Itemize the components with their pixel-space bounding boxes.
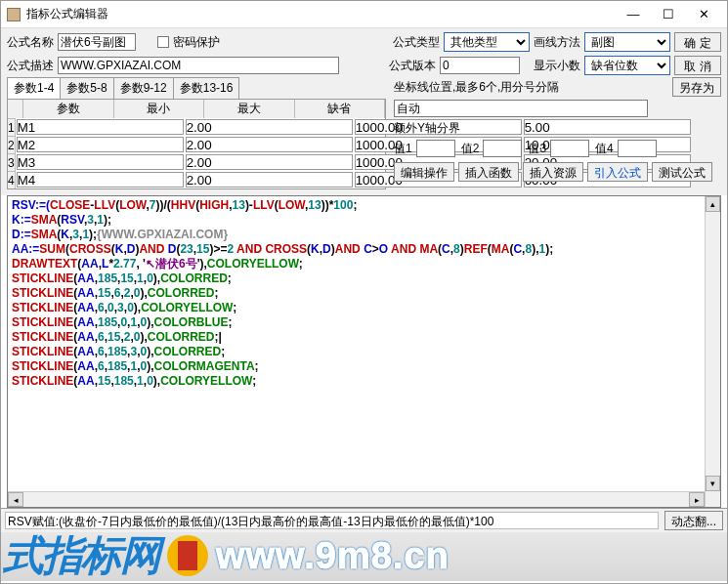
scroll-left-icon[interactable]: ◂ xyxy=(8,492,23,507)
label-desc: 公式描述 xyxy=(7,58,54,74)
param-name[interactable] xyxy=(17,154,184,170)
maximize-button[interactable]: ☐ xyxy=(651,3,686,26)
password-checkbox[interactable] xyxy=(157,36,169,48)
type-select[interactable]: 其他类型 xyxy=(444,32,530,52)
v1-input[interactable] xyxy=(416,140,455,157)
label-decimals: 显示小数 xyxy=(534,58,580,74)
hscroll[interactable]: ◂ ▸ xyxy=(8,491,705,507)
saveas-button[interactable]: 另存为 xyxy=(672,77,721,97)
param-name[interactable] xyxy=(17,137,184,152)
top-form: 公式名称 密码保护 公式类型 其他类型 画线方法 副图 确 定 公式描述 公式版… xyxy=(1,28,727,77)
coin-icon xyxy=(167,535,208,576)
label-extra-y: 额外Y轴分界 xyxy=(394,120,721,137)
col-max: 最大 xyxy=(204,100,295,118)
params-panel: 参数1-4 参数5-8 参数9-12 参数13-16 参数 最小 最大 缺省 1 xyxy=(7,77,386,189)
label-version: 公式版本 xyxy=(389,58,436,74)
scroll-down-icon[interactable]: ▾ xyxy=(706,476,720,491)
col-min: 最小 xyxy=(114,100,205,118)
formula-editor-window: 指标公式编辑器 — ☐ ✕ 公式名称 密码保护 公式类型 其他类型 画线方法 副… xyxy=(0,0,728,584)
window-title: 指标公式编辑器 xyxy=(26,6,616,22)
vscroll[interactable]: ▴ ▾ xyxy=(705,196,720,507)
editop-button[interactable]: 编辑操作 xyxy=(394,162,454,182)
param-min[interactable] xyxy=(186,154,353,170)
status-text: RSV赋值:(收盘价-7日内最低价的最低值)/(13日内最高价的最高值-13日内… xyxy=(5,512,659,529)
name-input[interactable] xyxy=(58,33,136,51)
insres-button[interactable]: 插入资源 xyxy=(523,162,583,182)
label-type: 公式类型 xyxy=(393,34,440,51)
param-min[interactable] xyxy=(186,119,353,135)
cancel-button[interactable]: 取 消 xyxy=(674,56,721,75)
code-editor[interactable]: RSV:=(CLOSE-LLV(LOW,7))/(HHV(HIGH,13)-LL… xyxy=(7,195,721,508)
label-coord: 坐标线位置,最多6个,用分号分隔 xyxy=(394,79,559,96)
dynamic-translate-button[interactable]: 动态翻... xyxy=(664,511,723,530)
param-min[interactable] xyxy=(186,172,353,188)
param-tabs: 参数1-4 参数5-8 参数9-12 参数13-16 xyxy=(7,77,386,99)
close-button[interactable]: ✕ xyxy=(686,3,721,26)
scroll-right-icon[interactable]: ▸ xyxy=(689,492,705,507)
insfunc-button[interactable]: 插入函数 xyxy=(458,162,519,182)
col-name: 参数 xyxy=(23,100,114,118)
titlebar: 指标公式编辑器 — ☐ ✕ xyxy=(1,1,727,28)
label-draw: 画线方法 xyxy=(534,34,580,51)
banner-url: www.9m8.cn xyxy=(216,535,450,577)
tab-params-5-8[interactable]: 参数5-8 xyxy=(60,77,113,99)
decimals-select[interactable]: 缺省位数 xyxy=(584,56,670,75)
app-icon xyxy=(7,8,21,21)
minimize-button[interactable]: — xyxy=(616,3,651,26)
param-grid: 参数 最小 最大 缺省 1 2 xyxy=(7,99,386,189)
label-password: 密码保护 xyxy=(173,34,220,51)
ok-button[interactable]: 确 定 xyxy=(674,32,721,52)
tab-params-9-12[interactable]: 参数9-12 xyxy=(113,77,174,99)
v3-input[interactable] xyxy=(550,140,589,157)
coord-input[interactable] xyxy=(394,100,648,117)
param-name[interactable] xyxy=(17,119,184,135)
desc-input[interactable] xyxy=(58,57,339,74)
tab-params-13-16[interactable]: 参数13-16 xyxy=(173,77,240,99)
test-button[interactable]: 测试公式 xyxy=(652,162,712,182)
param-name[interactable] xyxy=(17,172,184,188)
scroll-up-icon[interactable]: ▴ xyxy=(706,196,720,212)
v4-input[interactable] xyxy=(618,140,657,157)
param-row: 1 xyxy=(8,118,385,136)
param-min[interactable] xyxy=(186,137,353,152)
import-button[interactable]: 引入公式 xyxy=(587,162,648,182)
status-bar: RSV赋值:(收盘价-7日内最低价的最低值)/(13日内最高价的最高值-13日内… xyxy=(1,508,727,532)
banner-text: 式指标网 xyxy=(3,532,159,583)
v2-input[interactable] xyxy=(483,140,522,157)
version-input[interactable] xyxy=(440,57,520,74)
footer-banner: 式指标网 www.9m8.cn xyxy=(1,532,727,583)
param-row: 4 xyxy=(8,171,385,188)
tab-params-1-4[interactable]: 参数1-4 xyxy=(7,77,61,99)
right-panel: 坐标线位置,最多6个,用分号分隔 另存为 额外Y轴分界 值1 值2 值3 值4 … xyxy=(394,77,721,189)
draw-select[interactable]: 副图 xyxy=(584,32,670,52)
col-def: 缺省 xyxy=(295,100,386,118)
label-name: 公式名称 xyxy=(7,34,54,51)
param-row: 2 xyxy=(8,136,385,153)
mid-section: 参数1-4 参数5-8 参数9-12 参数13-16 参数 最小 最大 缺省 1 xyxy=(1,77,727,195)
param-row: 3 xyxy=(8,153,385,171)
